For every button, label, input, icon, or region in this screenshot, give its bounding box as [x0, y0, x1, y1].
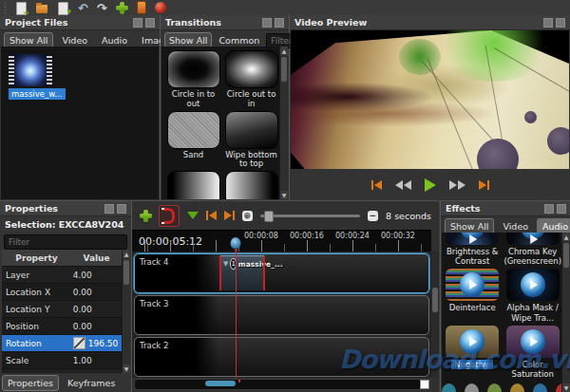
scroll-up-icon[interactable]: ▲ [562, 233, 570, 241]
playhead-line[interactable] [236, 252, 237, 378]
jump-start-button[interactable] [371, 180, 382, 190]
chevron-down-icon[interactable]: ▼ [223, 260, 228, 268]
effect-item[interactable]: Brightness & Contrast [444, 233, 501, 266]
table-row-selected[interactable]: Rotation196.50 [2, 335, 122, 352]
zoom-out-button[interactable]: − [368, 211, 379, 221]
circle-out-to-in-thumbnail [225, 50, 278, 88]
close-icon[interactable] [275, 18, 284, 28]
effect-item[interactable]: Chroma Key (Greenscreen) [504, 233, 561, 266]
table-row[interactable]: Scale X1.00 [2, 369, 122, 373]
close-icon[interactable] [145, 18, 155, 28]
close-icon[interactable] [556, 18, 565, 28]
undock-icon[interactable] [544, 204, 554, 214]
undock-icon[interactable] [104, 204, 114, 214]
effect-dot-icon[interactable] [510, 383, 524, 392]
timeline-horizontal-scrollbar[interactable] [134, 379, 429, 390]
effect-item-selected[interactable]: Negative [444, 323, 501, 379]
table-row[interactable]: Location X0.00 [2, 284, 122, 301]
zoom-slider-handle[interactable] [264, 211, 274, 222]
scroll-down-icon[interactable]: ▼ [280, 191, 288, 199]
scrollbar-handle[interactable] [563, 243, 569, 268]
down-arrow-badge-icon: ▾ [66, 7, 71, 16]
redo-button[interactable]: ↷ [97, 2, 107, 14]
undock-icon[interactable] [133, 18, 142, 28]
toolbar-grip[interactable] [4, 3, 7, 13]
transition-item[interactable]: Wipe right to [223, 171, 279, 199]
open-project-button[interactable] [36, 2, 48, 14]
effect-dot-icon[interactable] [465, 383, 479, 392]
effect-item[interactable]: Deinterlace [444, 266, 501, 322]
effect-label: Chroma Key (Greenscreen) [504, 247, 561, 266]
snapping-toggle-button[interactable] [159, 205, 180, 227]
table-row[interactable]: Scale1.00 [2, 352, 122, 369]
table-row[interactable]: Layer4.00 [2, 267, 122, 284]
track-4[interactable]: Track 4 ▼ 1 massive_... [134, 253, 429, 293]
timeline-ruler[interactable]: 00:00:05:12 00:00:08 00:00:16 00:00:24 0… [132, 230, 431, 252]
scrollbar-handle[interactable] [124, 260, 129, 285]
add-track-button[interactable] [140, 210, 151, 222]
play-button[interactable] [425, 178, 436, 192]
rewind-button[interactable] [395, 180, 411, 190]
properties-scrollbar[interactable]: ▲ ▼ [122, 250, 130, 373]
undock-icon[interactable] [543, 18, 553, 28]
timeline-vertical-scrollbar[interactable] [431, 252, 439, 378]
effect-dot-icon[interactable] [487, 383, 502, 392]
jump-end-button[interactable] [224, 211, 235, 220]
new-file-button[interactable]: + [15, 2, 28, 14]
scroll-down-icon[interactable]: ▼ [123, 364, 130, 373]
clip-icon[interactable] [137, 1, 146, 14]
record-button[interactable] [155, 2, 166, 13]
value-column-header[interactable]: Value [71, 253, 122, 263]
scroll-down-icon[interactable]: ▼ [562, 383, 570, 392]
close-icon[interactable] [557, 204, 566, 214]
transition-item[interactable]: Wipe left to [165, 171, 221, 199]
transition-item[interactable]: Wipe bottom to top [223, 111, 279, 170]
filmstrip-thumbnail-icon [9, 54, 52, 86]
effects-scrollbar[interactable]: ▲ ▼ [561, 233, 570, 392]
file-thumbnail [14, 54, 47, 86]
scrollbar-end-grip[interactable] [420, 380, 429, 389]
effect-item[interactable]: Color Saturation [504, 323, 561, 379]
track-2[interactable]: Track 2 [134, 337, 429, 377]
close-icon[interactable] [117, 204, 126, 214]
jump-end-button[interactable] [479, 180, 489, 190]
tab-keyframes[interactable]: Keyframes [62, 375, 121, 391]
file-name-label: massive_w... [9, 88, 66, 100]
scroll-up-icon[interactable]: ▲ [280, 47, 288, 55]
scroll-up-icon[interactable]: ▲ [123, 250, 130, 258]
scrollbar-handle[interactable] [205, 381, 236, 386]
transition-item[interactable]: Circle out to in [223, 50, 279, 109]
fast-forward-button[interactable] [449, 180, 466, 190]
table-row[interactable]: Location Y0.00 [2, 301, 122, 318]
transitions-scrollbar[interactable]: ▲ ▼ [279, 47, 288, 199]
jump-start-button[interactable] [206, 211, 217, 220]
undock-icon[interactable] [262, 18, 272, 28]
property-column-header[interactable]: Property [2, 253, 71, 263]
effect-item[interactable]: Alpha Mask / Wipe Tra... [504, 266, 561, 322]
transition-item[interactable]: Circle in to out [165, 50, 221, 109]
properties-filter-input[interactable] [4, 234, 127, 250]
razor-arrow-icon[interactable] [187, 212, 199, 219]
zoom-slider[interactable] [260, 215, 360, 217]
file-item[interactable]: massive_w... [1, 54, 159, 100]
add-files-button[interactable] [116, 2, 128, 14]
effect-dot-icon[interactable] [442, 383, 456, 392]
zoom-in-button[interactable]: ⊕ [242, 211, 254, 221]
save-project-button[interactable]: ▾ [57, 2, 69, 14]
timeline-clip[interactable]: ▼ 1 massive_... [219, 255, 265, 290]
project-files-panel: Project Files Show All Video Audio Image… [0, 15, 161, 200]
playhead-marker[interactable] [231, 237, 241, 249]
scrollbar-handle[interactable] [281, 57, 287, 82]
ruler-label: 00:00:08 [244, 232, 278, 240]
effect-dot-icon[interactable] [533, 383, 547, 392]
wipe-bottom-to-top-thumbnail [225, 111, 278, 149]
scrollbar-handle[interactable] [432, 288, 438, 312]
table-row[interactable]: Position0.00 [2, 318, 122, 335]
transition-item[interactable]: Sand [165, 111, 221, 170]
purple-planet-circle [524, 111, 537, 123]
undo-button[interactable]: ↶ [78, 2, 88, 14]
track-3[interactable]: Track 3 [134, 295, 429, 335]
properties-bottom-tabs: Properties Keyframes [2, 375, 121, 391]
tab-properties[interactable]: Properties [2, 375, 59, 391]
selection-label: Selection: EXCCA8V204 [0, 216, 131, 233]
